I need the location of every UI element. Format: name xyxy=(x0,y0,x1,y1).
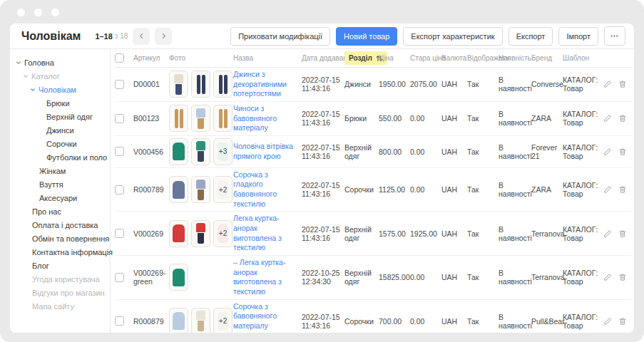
edit-button[interactable] xyxy=(603,317,612,326)
edit-button[interactable] xyxy=(603,80,612,88)
edit-button[interactable] xyxy=(603,114,612,123)
hide-modifications-button[interactable]: Приховати модифікації xyxy=(230,27,330,46)
product-photo[interactable] xyxy=(169,138,188,165)
product-photo[interactable] xyxy=(169,220,188,247)
more-photos-badge[interactable]: +2 xyxy=(213,308,232,333)
column-header-section[interactable]: Розділ xyxy=(344,51,379,65)
product-name-link[interactable]: Джинси з декоративними потертостями xyxy=(233,70,287,98)
product-availability: В наявності xyxy=(499,181,531,198)
row-checkbox[interactable] xyxy=(115,229,124,238)
edit-button[interactable] xyxy=(603,273,612,281)
toolbar: Чоловікам 1–18 з 18 Приховати модифікаці… xyxy=(10,24,634,49)
product-template: КАТАЛОГ: Товар xyxy=(563,313,603,330)
edit-button[interactable] xyxy=(603,185,612,194)
sidebar-item-1[interactable]: Каталог xyxy=(10,69,110,83)
more-photos-badge[interactable]: +2 xyxy=(213,220,232,247)
delete-button[interactable] xyxy=(618,317,627,326)
sidebar-item-18[interactable]: Мапа сайту xyxy=(10,299,110,313)
column-header-brand[interactable]: Бренд xyxy=(531,54,563,62)
sidebar-item-5[interactable]: Джинси xyxy=(10,123,110,137)
column-header-display[interactable]: Відображати xyxy=(467,54,499,62)
row-checkbox[interactable] xyxy=(115,273,124,282)
product-name-link[interactable]: Легка куртка-анорак виготовлена з тексти… xyxy=(233,214,282,252)
prev-page-button[interactable] xyxy=(133,28,150,45)
sidebar-item-16[interactable]: Угода користувача xyxy=(10,272,110,286)
product-photo[interactable] xyxy=(169,264,188,291)
product-photo[interactable] xyxy=(191,220,210,247)
delete-button[interactable] xyxy=(618,229,627,238)
sidebar-item-15[interactable]: Блог xyxy=(10,259,110,272)
product-photo[interactable] xyxy=(191,176,210,203)
sidebar-item-0[interactable]: Головна xyxy=(10,56,110,69)
pagination-range: 1–18 xyxy=(95,32,112,41)
edit-button[interactable] xyxy=(603,147,612,156)
row-checkbox[interactable] xyxy=(115,316,124,326)
product-display-flag: Так xyxy=(467,147,499,156)
row-checkbox[interactable] xyxy=(115,147,124,156)
more-actions-button[interactable]: ⋯ xyxy=(604,26,625,46)
new-product-button[interactable]: Новий товар xyxy=(336,27,397,46)
row-actions xyxy=(603,185,631,194)
column-header-price[interactable]: Ціна xyxy=(379,54,410,62)
sidebar-item-2[interactable]: Чоловікам xyxy=(10,83,110,96)
sidebar-item-10[interactable]: Аксесуари xyxy=(10,191,110,204)
import-button[interactable]: Імпорт xyxy=(558,27,598,46)
column-header-avail[interactable]: Наявність xyxy=(499,54,531,62)
product-photo[interactable] xyxy=(213,71,232,98)
export-button[interactable]: Експорт xyxy=(508,27,553,46)
more-photos-badge[interactable]: +2 xyxy=(213,176,232,203)
product-name-link[interactable]: Легка куртка-анорак виготовлена з тексти… xyxy=(233,258,285,296)
table-row: V000269+2Легка куртка-анорак виготовлена… xyxy=(115,212,631,256)
row-checkbox[interactable] xyxy=(115,185,124,195)
modification-dash: – xyxy=(233,258,237,266)
column-header-sku[interactable]: Артикул xyxy=(133,54,169,62)
product-name-link[interactable]: Сорочка з гладкого бавовняного текстилю xyxy=(233,170,277,208)
select-all-checkbox[interactable] xyxy=(115,53,124,63)
column-header-name[interactable]: Назва xyxy=(233,53,302,63)
delete-button[interactable] xyxy=(618,147,627,156)
column-header-photo[interactable]: Фото xyxy=(169,54,233,62)
next-page-button[interactable] xyxy=(155,28,172,45)
row-checkbox[interactable] xyxy=(115,114,124,123)
column-header-template[interactable]: Шаблон xyxy=(563,54,603,62)
column-header-oldprice[interactable]: Стара ціна xyxy=(410,54,441,62)
sidebar-item-11[interactable]: Про нас xyxy=(10,204,110,218)
product-photo[interactable] xyxy=(169,308,188,333)
sidebar-item-7[interactable]: Футболки и поло xyxy=(10,150,110,164)
delete-button[interactable] xyxy=(618,185,627,194)
edit-button[interactable] xyxy=(603,229,612,238)
sidebar-item-9[interactable]: Взуття xyxy=(10,177,110,191)
delete-button[interactable] xyxy=(618,273,627,281)
product-photo[interactable] xyxy=(191,138,210,165)
product-photo[interactable] xyxy=(213,105,232,132)
product-photo[interactable] xyxy=(169,71,188,98)
product-photo[interactable] xyxy=(191,105,210,132)
sidebar-item-12[interactable]: Оплата і доставка xyxy=(10,218,110,232)
product-photo[interactable] xyxy=(169,176,188,203)
product-name-link[interactable]: Чоловіча вітрівка прямого крою xyxy=(233,142,293,160)
window-dot[interactable] xyxy=(51,9,59,16)
product-photo[interactable] xyxy=(191,71,210,98)
export-characteristics-button[interactable]: Експорт характеристик xyxy=(403,27,502,46)
product-photo[interactable] xyxy=(169,105,188,132)
window-dot[interactable] xyxy=(17,9,25,16)
delete-button[interactable] xyxy=(618,80,627,88)
sidebar-item-8[interactable]: Жінкам xyxy=(10,164,110,177)
product-template: КАТАЛОГ: Товар xyxy=(563,76,603,93)
sidebar-item-6[interactable]: Сорочки xyxy=(10,137,110,150)
sidebar-item-17[interactable]: Відгуки про магазин xyxy=(10,286,110,299)
delete-button[interactable] xyxy=(618,114,627,123)
sidebar-item-13[interactable]: Обмін та повернення xyxy=(10,232,110,245)
window-dot[interactable] xyxy=(34,9,42,16)
column-header-currency[interactable]: Валюта xyxy=(441,54,467,62)
product-name-link[interactable]: Сорочка з бавовняного матеріалу притален… xyxy=(233,302,296,333)
product-price: 800.00 xyxy=(379,147,410,156)
column-header-date[interactable]: Дата додавання xyxy=(302,54,344,62)
sidebar-item-4[interactable]: Верхній одяг xyxy=(10,110,110,123)
product-photo[interactable] xyxy=(191,308,210,333)
product-name-link[interactable]: Чиноси з бавовняного матеріалу xyxy=(233,104,277,132)
sidebar-item-14[interactable]: Контактна інформація xyxy=(10,245,110,259)
more-photos-badge[interactable]: +3 xyxy=(213,138,232,165)
row-checkbox[interactable] xyxy=(115,80,124,89)
sidebar-item-3[interactable]: Брюки xyxy=(10,96,110,110)
